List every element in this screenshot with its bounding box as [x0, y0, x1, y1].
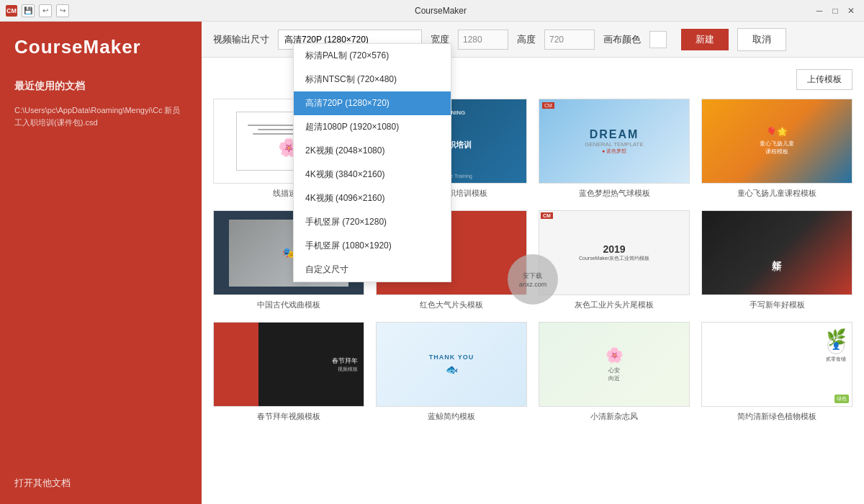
window-controls: ─ □ ✕: [812, 4, 858, 18]
maximize-btn[interactable]: □: [828, 4, 842, 18]
dropdown-item-720p[interactable]: 高清720P (1280×720): [294, 91, 451, 115]
dropdown-item-portrait2[interactable]: 手机竖屏 (1080×1920): [294, 234, 451, 258]
content-area: 视频输出尺寸 高清720P (1280×720) 标清PAL制 (720×576…: [202, 22, 864, 504]
app-icon: CM: [6, 5, 17, 17]
template-item-whale[interactable]: THANK YOU 🐟 蓝鲸简约模板: [376, 322, 527, 422]
video-size-label: 视频输出尺寸: [213, 33, 269, 46]
template-name-dream: 蓝色梦想热气球模板: [539, 188, 690, 199]
dream-tag: ● 蓝色梦想: [602, 148, 626, 155]
toolbar: 视频输出尺寸 高清720P (1280×720) 标清PAL制 (720×576…: [202, 22, 864, 58]
spring-content: 春节拜年 视频模板: [332, 356, 358, 373]
close-btn[interactable]: ✕: [844, 4, 858, 18]
spring-red-bar: [214, 323, 258, 406]
template-grid-row3: 春节拜年 视频模板 春节拜年视频模板 THANK YOU 🐟 蓝鲸简约模板: [213, 322, 852, 422]
template-item-spring[interactable]: 春节拜年 视频模板 春节拜年视频模板: [213, 322, 364, 422]
new-button[interactable]: 新建: [681, 29, 729, 50]
dropdown-item-4k1[interactable]: 4K视频 (3840×2160): [294, 163, 451, 186]
template-thumb-magazine: 🌸 心安向近: [539, 322, 690, 407]
template-item-magazine[interactable]: 🌸 心安向近 小清新杂志风: [539, 322, 690, 422]
magazine-content: 🌸 心安向近: [606, 346, 624, 382]
template-name-green: 简约清新绿色植物模板: [701, 411, 852, 422]
gray-year: 2019: [603, 243, 625, 255]
titlebar-left: CM 💾 ↩ ↪: [6, 4, 69, 17]
template-name-spring: 春节拜年视频模板: [213, 411, 364, 422]
undo-btn[interactable]: ↩: [39, 4, 52, 17]
kids-text: 🎈🌟 童心飞扬儿童 课程模板: [760, 127, 794, 156]
template-item-newyear[interactable]: 新年好 手写新年好模板: [701, 210, 852, 310]
template-name-magazine: 小清新杂志风: [539, 411, 690, 422]
height-label: 高度: [517, 33, 536, 46]
color-label: 画布颜色: [603, 33, 641, 46]
dropdown-item-1080p[interactable]: 超清1080P (1920×1080): [294, 115, 451, 139]
sidebar-logo: CourseMaker: [14, 36, 187, 58]
whale-fish-icon: 🐟: [446, 364, 458, 375]
dropdown-menu: 标清PAL制 (720×576) 标清NTSC制 (720×480) 高清720…: [293, 43, 451, 282]
template-name-newyear: 手写新年好模板: [701, 300, 852, 310]
template-name-drama: 中国古代戏曲模板: [213, 300, 364, 310]
green-badge: 绿色: [834, 395, 849, 403]
dropdown-item-pal[interactable]: 标清PAL制 (720×576): [294, 44, 451, 68]
titlebar: CM 💾 ↩ ↪ CourseMaker ─ □ ✕: [0, 0, 864, 22]
template-item-green[interactable]: 🌿 👤 贰零食铺 绿色 简约清新绿色植物模板: [701, 322, 852, 422]
cancel-button[interactable]: 取消: [737, 28, 786, 51]
gray-title: CourseMaker灰色工业简约模板: [579, 255, 649, 262]
minimize-btn[interactable]: ─: [812, 4, 827, 18]
open-other-docs-btn[interactable]: 打开其他文档: [14, 477, 187, 490]
window-title: CourseMaker: [69, 6, 812, 16]
dropdown-item-custom[interactable]: 自定义尺寸: [294, 258, 451, 282]
dream-badge: CM: [542, 102, 554, 109]
green-avatar: 👤: [827, 337, 845, 354]
template-name-red-big: 红色大气片头模板: [376, 300, 527, 310]
width-input[interactable]: [458, 30, 508, 50]
template-item-gray[interactable]: CM 2019 CourseMaker灰色工业简约模板 灰色工业片头片尾模板: [539, 210, 690, 310]
recent-section-title: 最近使用的文档: [14, 80, 187, 93]
template-thumb-dream: CM DREAM GENERAL TEMPLATE ● 蓝色梦想: [539, 99, 690, 184]
magazine-text: 心安向近: [608, 366, 620, 382]
green-right-content: 👤 贰零食铺: [826, 337, 846, 363]
height-input[interactable]: [544, 30, 595, 50]
template-thumb-kids: 🎈🌟 童心飞扬儿童 课程模板: [701, 99, 852, 184]
template-item-kids[interactable]: 🎈🌟 童心飞扬儿童 课程模板 童心飞扬儿童课程模板: [701, 99, 852, 199]
template-thumb-gray: CM 2019 CourseMaker灰色工业简约模板: [539, 210, 690, 295]
sidebar-bottom: 打开其他文档: [14, 477, 187, 490]
template-name-kids: 童心飞扬儿童课程模板: [701, 188, 852, 199]
whale-thankyou-text: THANK YOU: [429, 354, 474, 361]
dropdown-item-ntsc[interactable]: 标清NTSC制 (720×480): [294, 68, 451, 91]
dream-sub: GENERAL TEMPLATE: [585, 141, 644, 148]
main-layout: CourseMaker 最近使用的文档 C:\Users\pc\AppData\…: [0, 22, 864, 504]
green-brand-text: 贰零食铺: [826, 356, 846, 363]
cm-badge-gray: CM: [541, 212, 553, 219]
template-item-dream[interactable]: CM DREAM GENERAL TEMPLATE ● 蓝色梦想 蓝色梦想热气球…: [539, 99, 690, 199]
dropdown-item-portrait1[interactable]: 手机竖屏 (720×1280): [294, 210, 451, 234]
save-btn[interactable]: 💾: [22, 4, 35, 17]
template-thumb-spring: 春节拜年 视频模板: [213, 322, 364, 407]
sidebar: CourseMaker 最近使用的文档 C:\Users\pc\AppData\…: [0, 22, 202, 504]
template-name-whale: 蓝鲸简约模板: [376, 411, 527, 422]
template-thumb-green: 🌿 👤 贰零食铺 绿色: [701, 322, 852, 407]
dropdown-item-4k2[interactable]: 4K视频 (4096×2160): [294, 186, 451, 210]
magazine-flower-icon: 🌸: [606, 346, 624, 364]
dream-main-text: DREAM: [590, 128, 639, 141]
template-thumb-newyear: 新年好: [701, 210, 852, 295]
recent-file-path[interactable]: C:\Users\pc\AppData\Roaming\Mengyi\Cc 新员…: [14, 104, 187, 128]
upload-template-btn[interactable]: 上传模板: [796, 69, 852, 90]
template-name-gray: 灰色工业片头片尾模板: [539, 300, 690, 310]
canvas-color-picker[interactable]: [649, 31, 667, 48]
template-thumb-whale: THANK YOU 🐟: [376, 322, 527, 407]
redo-btn[interactable]: ↪: [56, 4, 69, 17]
dropdown-item-2k[interactable]: 2K视频 (2048×1080): [294, 139, 451, 163]
